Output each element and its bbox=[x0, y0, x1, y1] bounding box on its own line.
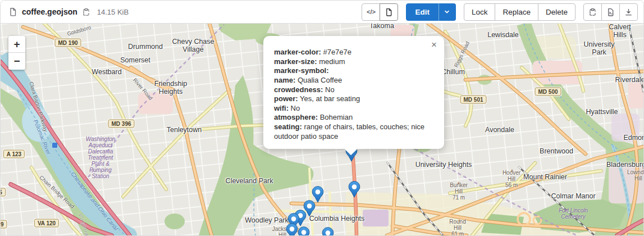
popup-field: crowdedness: No bbox=[274, 85, 435, 95]
raw-file-icon bbox=[606, 8, 615, 16]
zoom-in-button[interactable]: + bbox=[8, 36, 25, 53]
snippet-file-card: coffee.geojson 14.15 KiB </> Edit Lock R… bbox=[0, 0, 644, 236]
map-marker[interactable] bbox=[322, 227, 334, 235]
popup-field: atmosphere: Bohemian bbox=[274, 113, 435, 122]
popup-field: marker-size: medium bbox=[274, 57, 435, 67]
file-tools bbox=[583, 3, 638, 21]
popup-field: wifi: No bbox=[274, 104, 435, 114]
file-header: coffee.geojson 14.15 KiB </> Edit Lock R… bbox=[1, 1, 643, 24]
code-view-button[interactable]: </> bbox=[362, 3, 380, 21]
file-size: 14.15 KiB bbox=[97, 8, 129, 16]
popup-field: power: Yes, at bar seating bbox=[274, 94, 435, 104]
download-button[interactable] bbox=[619, 3, 638, 21]
map-marker[interactable] bbox=[286, 223, 298, 235]
edit-dropdown-button[interactable] bbox=[439, 3, 456, 21]
map-marker[interactable] bbox=[348, 181, 360, 198]
popup-field: seating: range of chairs, tables, couche… bbox=[274, 122, 435, 141]
view-toggle: </> bbox=[362, 3, 398, 21]
copy-path-button[interactable] bbox=[82, 8, 90, 16]
code-icon: </> bbox=[367, 8, 376, 15]
popup-fields: marker-color: #7e7e7emarker-size: medium… bbox=[274, 48, 435, 141]
replace-button[interactable]: Replace bbox=[495, 3, 538, 21]
popup-close-button[interactable]: × bbox=[430, 39, 438, 51]
map-marker[interactable] bbox=[298, 226, 310, 235]
poi-icon bbox=[52, 143, 57, 148]
delete-button[interactable]: Delete bbox=[538, 3, 576, 21]
file-name: coffee.geojson bbox=[22, 7, 77, 16]
manage-buttons: Lock Replace Delete bbox=[464, 3, 576, 21]
file-icon bbox=[8, 7, 17, 16]
feature-popup: × marker-color: #7e7e7emarker-size: medi… bbox=[263, 36, 444, 149]
popup-field: marker-color: #7e7e7e bbox=[274, 48, 435, 57]
map-zoom-control: + − bbox=[8, 36, 25, 70]
popup-field: marker-symbol: bbox=[274, 66, 435, 76]
document-icon bbox=[385, 8, 393, 16]
lock-button[interactable]: Lock bbox=[464, 3, 496, 21]
geojson-map[interactable]: TakomaLewisdaleCalvert HillsUniversity P… bbox=[1, 24, 643, 235]
zoom-out-button[interactable]: − bbox=[8, 53, 25, 70]
open-raw-button[interactable] bbox=[601, 3, 620, 21]
copy-contents-button[interactable] bbox=[583, 3, 602, 21]
rendered-view-button[interactable] bbox=[380, 3, 398, 21]
popup-field: name: Qualia Coffee bbox=[274, 76, 435, 85]
header-actions: </> Edit Lock Replace Delete bbox=[362, 3, 638, 21]
edit-button[interactable]: Edit bbox=[406, 3, 439, 21]
download-icon bbox=[624, 8, 633, 16]
edit-split-button: Edit bbox=[406, 3, 456, 21]
chevron-down-icon bbox=[444, 8, 450, 15]
clipboard-icon bbox=[588, 8, 597, 16]
